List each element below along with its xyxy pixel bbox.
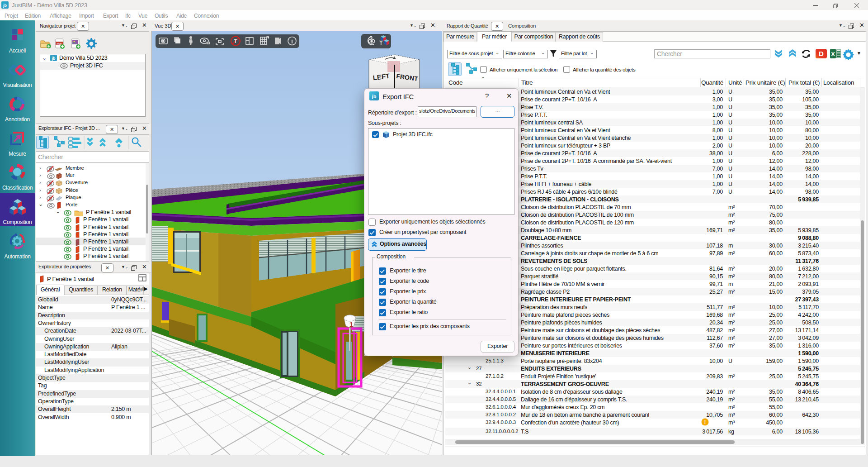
svg-text:jb: jb — [52, 56, 56, 61]
svg-text:!: ! — [704, 419, 706, 425]
svg-text:jb: jb — [3, 3, 7, 8]
svg-text:X: X — [831, 51, 835, 57]
svg-text:D: D — [819, 50, 824, 57]
svg-text:1: 1 — [349, 321, 353, 328]
svg-text:jb: jb — [372, 94, 377, 99]
